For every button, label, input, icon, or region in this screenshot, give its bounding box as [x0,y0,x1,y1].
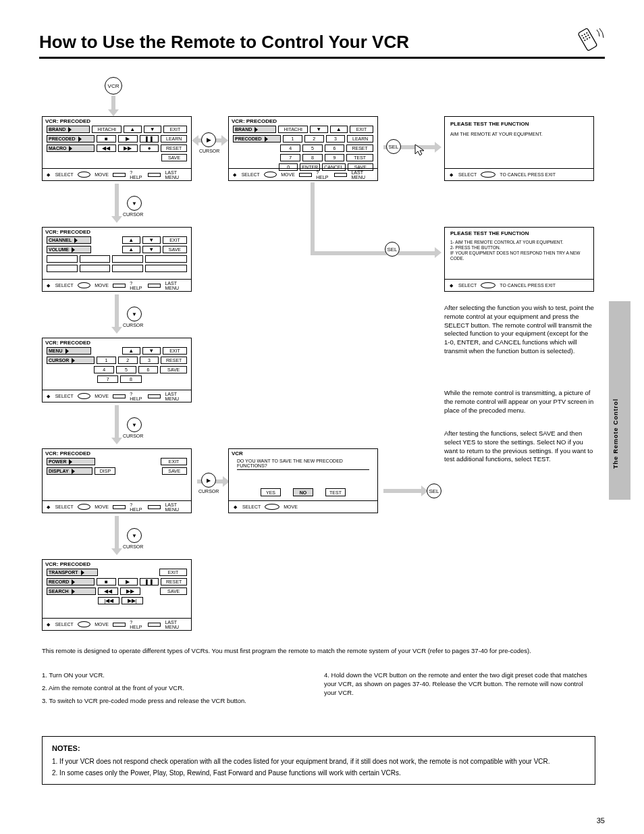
cursor-right-circle[interactable]: ▶ [201,132,216,147]
num-4[interactable]: 4 [280,145,300,152]
learn-button[interactable]: LEARN [347,135,373,142]
save-button[interactable]: SAVE [161,154,187,161]
stop-button[interactable]: ■ [97,135,116,142]
save-button[interactable]: SAVE [160,588,187,595]
pad[interactable] [47,265,78,272]
up[interactable]: ▲ [122,347,140,355]
ffwd-button[interactable]: ▶▶ [120,588,140,595]
cursor-label[interactable]: CURSOR [47,357,95,364]
ffwd-button[interactable]: ▶▶ [118,145,138,152]
num[interactable]: 1 [97,357,116,364]
precoded-label[interactable]: PRECODED [233,135,281,142]
exit-button[interactable]: EXIT [163,347,187,355]
record-label[interactable]: RECORD [47,578,95,585]
pad[interactable] [145,265,187,272]
vcr-button-label: VCR [108,83,119,89]
arrow-down-icon [115,294,119,328]
skip-fwd-button[interactable]: ▶▶| [122,597,143,604]
num-3[interactable]: 3 [326,135,346,142]
record-button[interactable]: ● [140,145,159,152]
up-button[interactable]: ▲ [124,126,141,133]
vol-down[interactable]: ▼ [142,246,161,253]
num[interactable]: 3 [140,357,159,364]
save-button[interactable]: SAVE [162,467,187,475]
macro-label[interactable]: MACRO [47,145,95,152]
down-button[interactable]: ▼ [310,126,327,133]
cursor-down-circle[interactable]: ▼ [127,417,142,432]
exit-button[interactable]: EXIT [350,126,373,133]
num-6[interactable]: 6 [325,145,345,152]
power-label[interactable]: POWER [47,458,95,465]
reset-button[interactable]: RESET [161,145,187,152]
ch-up[interactable]: ▲ [122,236,140,244]
num-5[interactable]: 5 [302,145,323,152]
pause-button[interactable]: ❚❚ [140,578,159,585]
ch-down[interactable]: ▼ [142,236,161,244]
select-circle[interactable]: SEL [386,139,401,154]
save-button[interactable]: SAVE [160,366,187,373]
rect-icon [148,284,161,288]
skip-back-button[interactable]: |◀◀ [98,597,119,604]
transport-label[interactable]: TRANSPORT [47,569,98,576]
down-button[interactable]: ▼ [144,126,161,133]
play-button[interactable]: ▶ [118,135,138,142]
save-button[interactable]: SAVE [163,246,187,253]
vol-up[interactable]: ▲ [122,246,140,253]
num[interactable]: 5 [116,366,136,373]
down[interactable]: ▼ [142,347,161,355]
volume-label[interactable]: VOLUME [47,246,91,253]
no-button[interactable]: NO [293,488,313,496]
num[interactable]: 2 [118,357,138,364]
num-8[interactable]: 8 [302,154,323,161]
menu-label[interactable]: MENU [47,347,91,355]
stop-button[interactable]: ■ [97,578,116,585]
reset-button[interactable]: RESET [161,357,187,364]
pad[interactable] [80,255,111,263]
test-button[interactable]: TEST [346,154,373,161]
pad[interactable] [145,255,187,263]
nav-diamond-icon: ◆ [232,172,238,178]
reset-button[interactable]: RESET [161,578,187,585]
learn-button[interactable]: LEARN [161,135,187,142]
exit-button[interactable]: EXIT [159,569,187,576]
num[interactable]: 6 [138,366,159,373]
num[interactable]: 8 [120,375,141,383]
exit-button[interactable]: EXIT [163,236,187,244]
exit-button[interactable]: EXIT [161,458,187,465]
display-label[interactable]: DISPLAY [47,467,92,475]
yes-button[interactable]: YES [261,488,281,496]
num-1[interactable]: 1 [283,135,302,142]
rewind-button[interactable]: ◀◀ [97,145,116,152]
num[interactable]: 4 [94,366,114,373]
pause-button[interactable]: ❚❚ [140,135,159,142]
exit-button[interactable]: EXIT [163,126,187,133]
pad[interactable] [47,255,78,263]
disp-button[interactable]: DISP [95,467,115,475]
cursor-down-circle[interactable]: ▼ [127,528,142,543]
select-circle-3[interactable]: SEL [427,484,441,498]
rewind-button[interactable]: ◀◀ [98,588,118,595]
brand-value: HITACHI [278,126,308,133]
reset-button[interactable]: RESET [346,145,373,152]
cursor-down-circle[interactable]: ▼ [127,307,142,321]
cursor-right-circle-2[interactable]: ▶ [201,473,216,488]
pad[interactable] [112,265,143,272]
num-7[interactable]: 7 [280,154,300,161]
test-button[interactable]: TEST [325,488,346,496]
num-9[interactable]: 9 [325,154,345,161]
num[interactable]: 7 [97,375,118,383]
num-2[interactable]: 2 [304,135,324,142]
brand-label[interactable]: BRAND [47,126,90,133]
play-button[interactable]: ▶ [118,578,138,585]
precoded-label[interactable]: PRECODED [47,135,95,142]
brand-label[interactable]: BRAND [233,126,276,133]
channel-label[interactable]: CHANNEL [47,236,91,244]
up-button[interactable]: ▲ [330,126,348,133]
pad[interactable] [80,265,111,272]
select-circle-2[interactable]: SEL [385,242,400,257]
search-label[interactable]: SEARCH [47,588,96,595]
cursor-down-label: CURSOR [123,544,143,550]
pad[interactable] [112,255,143,263]
vcr-button-circle[interactable]: VCR [105,77,122,95]
cursor-down-circle[interactable]: ▼ [127,196,142,211]
